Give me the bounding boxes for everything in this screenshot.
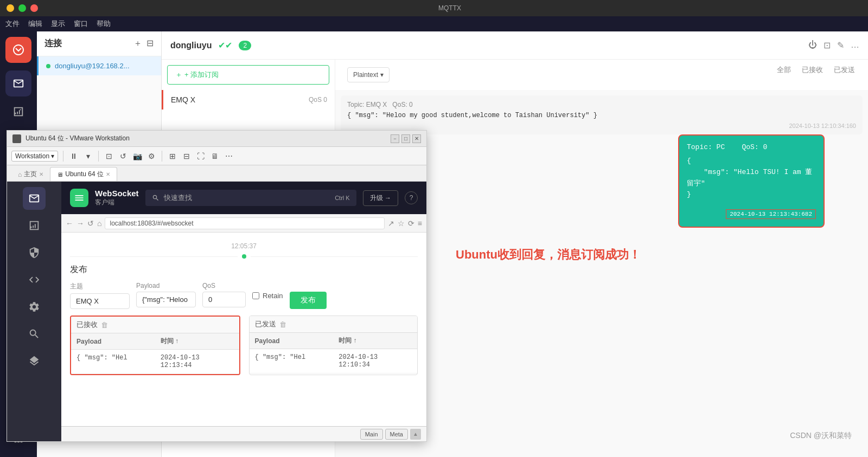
search-placeholder: 快速查找 [164, 193, 192, 203]
payload-label: Payload [136, 282, 196, 289]
vmware-titlebar: Ubuntu 64 位 - VMware Workstation － □ ✕ [7, 131, 426, 147]
add-subscription-btn[interactable]: ＋ + 添加订阅 [167, 65, 329, 85]
filter-received[interactable]: 已接收 [800, 64, 825, 76]
publish-button[interactable]: 发布 [290, 292, 327, 309]
refresh-icon[interactable]: ↺ [118, 151, 129, 162]
tab-ubuntu-close[interactable]: ✕ [106, 171, 110, 177]
topic-input[interactable] [70, 293, 130, 309]
received-clear-icon[interactable]: 🗑 [101, 321, 108, 329]
pause-icon[interactable]: ⏸ [68, 151, 79, 162]
plaintext-label: Plaintext [353, 71, 378, 79]
connections-icon[interactable] [5, 70, 31, 96]
green-qos-value: QoS: 0 [742, 143, 767, 151]
ws-divider [70, 254, 418, 259]
split-view-icon[interactable]: ⊟ [146, 38, 154, 49]
msg-topic: Topic: [347, 101, 366, 108]
ws-chart-icon[interactable] [23, 214, 46, 237]
menu-help[interactable]: 帮助 [97, 19, 111, 29]
vmware-close-btn[interactable]: ✕ [412, 134, 421, 143]
tab-ubuntu[interactable]: 🖥 Ubuntu 64 位 ✕ [50, 167, 117, 181]
qos-select[interactable]: 0 1 2 [202, 292, 246, 307]
more-icon[interactable]: … [851, 40, 859, 50]
topic-qos: QoS 0 [309, 96, 327, 104]
more2-icon[interactable]: ⋯ [224, 151, 234, 162]
vmware-minimize-btn[interactable]: － [391, 134, 399, 143]
nav-bookmark-icon[interactable]: ☆ [398, 219, 405, 228]
display-icon[interactable]: 🖥 [209, 151, 220, 162]
edit-icon[interactable]: ✎ [837, 40, 844, 50]
msg-topic-info: Topic: EMQ X QoS: 0 [347, 101, 856, 108]
annotation-text: Ubuntu收到回复，消息订阅成功！ [456, 247, 641, 263]
settings2-icon[interactable]: ⚙ [146, 151, 157, 162]
connection-display-name: dongliuyu [170, 41, 212, 50]
connection-item[interactable]: dongliuyu@192.168.2... [37, 56, 161, 75]
maximize-btn[interactable] [18, 4, 26, 12]
menu-window[interactable]: 窗口 [74, 19, 88, 29]
tab-home-close[interactable]: ✕ [39, 171, 43, 177]
filter-sent[interactable]: 已发送 [832, 64, 857, 76]
nav-back-icon[interactable]: ← [66, 219, 73, 228]
meta-btn[interactable]: Meta [385, 429, 408, 440]
menu-edit[interactable]: 编辑 [28, 19, 42, 29]
toolbar-dropdown-icon[interactable]: ▾ [82, 151, 93, 162]
nav-share-icon[interactable]: ↗ [388, 219, 394, 228]
publish-title: 发布 [70, 264, 418, 275]
received-table-header: 已接收 🗑 [71, 317, 239, 333]
retain-label: Retain [263, 292, 283, 300]
tab-home[interactable]: ⌂ 主页 ✕ [11, 168, 50, 181]
statusbar-arrow[interactable]: ▲ [410, 429, 421, 440]
plaintext-selector[interactable]: Plaintext ▾ [347, 67, 390, 82]
msg-topic-value: EMQ X [366, 101, 387, 108]
duplicate-icon[interactable]: ⊡ [824, 40, 831, 50]
sent-col-time: 时间 ↑ [333, 333, 417, 349]
nav-refresh-icon[interactable]: ⟳ [408, 219, 414, 228]
fullscreen-icon[interactable]: ⛶ [195, 151, 206, 162]
add-connection-icon[interactable]: ＋ [133, 38, 142, 49]
topic-name: EMQ X [171, 95, 195, 104]
minimize-btn[interactable] [7, 4, 14, 12]
nav-home-icon[interactable]: ⌂ [97, 219, 101, 228]
send-to-icon[interactable]: ⊡ [104, 151, 114, 162]
vmware-statusbar: Main Meta ▲ [61, 426, 426, 441]
ws-tables: 已接收 🗑 Payload 时间 ↑ { "msg": "Hel 2024-10… [70, 316, 418, 375]
payload-input[interactable] [136, 292, 196, 307]
ws-layers-icon[interactable] [23, 350, 46, 372]
address-input[interactable] [105, 217, 384, 229]
vmware-tabs: ⌂ 主页 ✕ 🖥 Ubuntu 64 位 ✕ [7, 165, 426, 182]
chart-icon[interactable] [5, 99, 31, 125]
sent-clear-icon[interactable]: 🗑 [279, 320, 286, 329]
received-title: 已接收 [76, 320, 98, 330]
workstation-dropdown[interactable]: Workstation ▾ [11, 151, 58, 162]
ws-search-box[interactable]: 快速查找 Ctrl K [145, 190, 356, 206]
msg-timestamp: 2024-10-13 12:10:34:160 [347, 123, 856, 129]
power-icon[interactable]: ⏻ [808, 40, 817, 50]
nav-reload-icon[interactable]: ↺ [87, 219, 94, 228]
layout-icon[interactable]: ⊟ [181, 151, 192, 162]
screenshot-icon[interactable]: 📷 [132, 151, 143, 162]
ws-settings-icon[interactable] [23, 295, 46, 318]
main-header: dongliuyu ✔✔ 2 ⏻ ⊡ ✎ … [162, 31, 868, 60]
help-button[interactable]: ? [405, 191, 418, 204]
nav-menu-icon[interactable]: ≡ [418, 219, 422, 228]
close-btn[interactable] [30, 4, 38, 12]
ws-shield-icon[interactable] [23, 241, 46, 264]
ws-content-area: 12:05:37 发布 主题 Pa [61, 233, 426, 426]
retain-checkbox[interactable] [252, 292, 259, 299]
topic-item[interactable]: EMQ X QoS 0 [162, 90, 335, 110]
ws-zoom-icon[interactable] [23, 323, 46, 345]
add-subscription-label: + 添加订阅 [184, 70, 219, 80]
main-btn[interactable]: Main [360, 429, 383, 440]
ws-main-area: WebSocket 客户端 快速查找 Ctrl K 升级 → ? ← [61, 182, 426, 441]
vmware-restore-btn[interactable]: □ [401, 134, 410, 143]
received-table-row: { "msg": "Hel 2024-10-13 12:13:44 [71, 350, 239, 374]
filter-all[interactable]: 全部 [775, 64, 793, 76]
split-icon[interactable]: ⊞ [167, 151, 178, 162]
received-col-payload: Payload [71, 333, 155, 349]
msg-content: { "msg": "Heloo my good student,welcome … [347, 112, 856, 119]
nav-fwd-icon[interactable]: → [76, 219, 84, 228]
menu-file[interactable]: 文件 [5, 19, 20, 29]
ws-code-icon[interactable] [23, 268, 46, 291]
menu-view[interactable]: 显示 [51, 19, 65, 29]
ws-mail-icon[interactable] [23, 187, 46, 210]
upgrade-button[interactable]: 升级 → [363, 190, 398, 206]
